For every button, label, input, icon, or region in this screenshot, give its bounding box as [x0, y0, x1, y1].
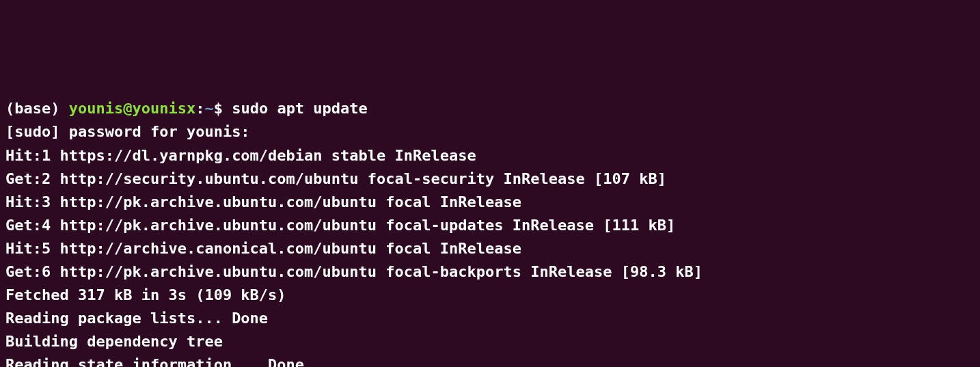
cwd: ~: [204, 100, 213, 117]
prompt-line-1: (base) younis@younisx:~$ sudo apt update: [5, 97, 975, 120]
prompt-colon: :: [195, 100, 204, 117]
output-line: Get:2 http://security.ubuntu.com/ubuntu …: [5, 167, 975, 191]
prompt-dollar: $: [214, 100, 232, 117]
output-line: Hit:1 https://dl.yarnpkg.com/debian stab…: [5, 144, 975, 167]
output-line: Fetched 317 kB in 3s (109 kB/s): [5, 284, 975, 307]
env-prefix: (base): [5, 100, 69, 117]
output-line: Hit:5 http://archive.canonical.com/ubunt…: [5, 237, 975, 260]
output-line: [sudo] password for younis:: [5, 120, 975, 144]
user-host: younis@younisx: [69, 100, 195, 117]
output-line: Reading package lists... Done: [5, 307, 975, 330]
output-line: Building dependency tree: [5, 330, 975, 353]
output-line: Reading state information... Done: [5, 353, 975, 367]
output-line: Hit:3 http://pk.archive.ubuntu.com/ubunt…: [5, 191, 975, 214]
output-line: Get:4 http://pk.archive.ubuntu.com/ubunt…: [5, 214, 975, 237]
terminal-output[interactable]: (base) younis@younisx:~$ sudo apt update…: [5, 97, 975, 367]
command-text: sudo apt update: [232, 100, 368, 117]
output-line: Get:6 http://pk.archive.ubuntu.com/ubunt…: [5, 260, 975, 284]
